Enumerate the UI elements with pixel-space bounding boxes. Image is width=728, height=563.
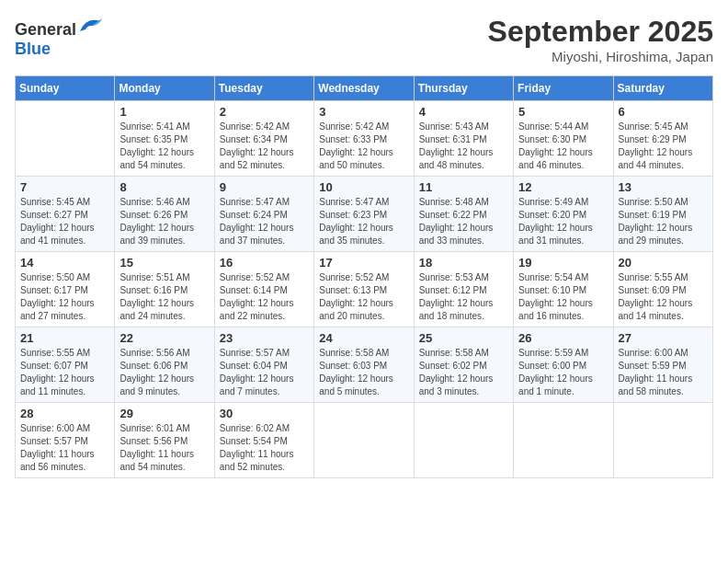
column-header-thursday: Thursday (414, 76, 513, 101)
day-info: Sunrise: 5:58 AMSunset: 6:03 PMDaylight:… (319, 347, 408, 398)
day-info: Sunrise: 5:55 AMSunset: 6:09 PMDaylight:… (619, 271, 708, 323)
calendar-cell: 12Sunrise: 5:49 AMSunset: 6:20 PMDayligh… (514, 177, 613, 252)
day-info: Sunrise: 5:55 AMSunset: 6:07 PMDaylight:… (20, 347, 109, 398)
day-info: Sunrise: 5:52 AMSunset: 6:13 PMDaylight:… (319, 271, 408, 323)
column-header-friday: Friday (514, 76, 613, 101)
day-info: Sunrise: 5:50 AMSunset: 6:17 PMDaylight:… (20, 271, 109, 323)
day-info: Sunrise: 6:02 AMSunset: 5:54 PMDaylight:… (220, 422, 309, 474)
day-number: 8 (119, 180, 209, 194)
day-number: 11 (419, 180, 508, 194)
calendar-cell: 3Sunrise: 5:42 AMSunset: 6:33 PMDaylight… (314, 101, 414, 177)
day-number: 29 (119, 407, 209, 420)
day-info: Sunrise: 5:47 AMSunset: 6:24 PMDaylight:… (220, 196, 309, 247)
day-number: 18 (419, 256, 508, 270)
calendar-cell: 27Sunrise: 6:00 AMSunset: 5:59 PMDayligh… (613, 327, 712, 403)
logo-general: General (15, 20, 76, 39)
column-header-monday: Monday (115, 76, 214, 101)
logo-blue: Blue (15, 40, 51, 58)
day-number: 30 (220, 407, 309, 420)
day-number: 1 (119, 105, 209, 119)
day-number: 14 (20, 256, 109, 270)
calendar-table: SundayMondayTuesdayWednesdayThursdayFrid… (15, 75, 713, 478)
day-number: 27 (619, 331, 708, 345)
day-number: 21 (20, 331, 109, 345)
day-number: 7 (20, 180, 109, 194)
calendar-cell: 9Sunrise: 5:47 AMSunset: 6:24 PMDaylight… (214, 177, 313, 252)
calendar-cell: 22Sunrise: 5:56 AMSunset: 6:06 PMDayligh… (115, 327, 214, 403)
day-info: Sunrise: 5:57 AMSunset: 6:04 PMDaylight:… (220, 347, 309, 398)
calendar-cell: 14Sunrise: 5:50 AMSunset: 6:17 PMDayligh… (16, 252, 115, 327)
calendar-cell: 5Sunrise: 5:44 AMSunset: 6:30 PMDaylight… (514, 101, 613, 177)
calendar-cell: 15Sunrise: 5:51 AMSunset: 6:16 PMDayligh… (115, 252, 214, 327)
location: Miyoshi, Hiroshima, Japan (488, 49, 713, 64)
calendar-cell: 10Sunrise: 5:47 AMSunset: 6:23 PMDayligh… (314, 177, 414, 252)
day-info: Sunrise: 5:42 AMSunset: 6:33 PMDaylight:… (319, 121, 408, 172)
calendar-cell: 21Sunrise: 5:55 AMSunset: 6:07 PMDayligh… (16, 327, 115, 403)
calendar-cell: 25Sunrise: 5:58 AMSunset: 6:02 PMDayligh… (414, 327, 513, 403)
day-number: 12 (518, 180, 608, 194)
day-info: Sunrise: 5:51 AMSunset: 6:16 PMDaylight:… (119, 271, 209, 323)
day-info: Sunrise: 5:44 AMSunset: 6:30 PMDaylight:… (518, 121, 608, 172)
day-number: 23 (220, 331, 309, 345)
day-number: 10 (319, 180, 408, 194)
calendar-week-row: 28Sunrise: 6:00 AMSunset: 5:57 PMDayligh… (16, 403, 713, 478)
day-number: 3 (319, 105, 408, 119)
day-number: 6 (619, 105, 708, 119)
day-info: Sunrise: 6:00 AMSunset: 5:59 PMDaylight:… (619, 347, 708, 398)
column-header-saturday: Saturday (613, 76, 712, 101)
day-info: Sunrise: 5:56 AMSunset: 6:06 PMDaylight:… (119, 347, 209, 398)
day-info: Sunrise: 5:50 AMSunset: 6:19 PMDaylight:… (619, 196, 708, 247)
day-number: 5 (518, 105, 608, 119)
day-number: 19 (518, 256, 608, 270)
day-info: Sunrise: 5:52 AMSunset: 6:14 PMDaylight:… (220, 271, 309, 323)
day-info: Sunrise: 5:42 AMSunset: 6:34 PMDaylight:… (220, 121, 309, 172)
calendar-cell: 18Sunrise: 5:53 AMSunset: 6:12 PMDayligh… (414, 252, 513, 327)
calendar-week-row: 21Sunrise: 5:55 AMSunset: 6:07 PMDayligh… (16, 327, 713, 403)
calendar-cell: 26Sunrise: 5:59 AMSunset: 6:00 PMDayligh… (514, 327, 613, 403)
day-info: Sunrise: 5:58 AMSunset: 6:02 PMDaylight:… (419, 347, 508, 398)
column-header-tuesday: Tuesday (214, 76, 313, 101)
calendar-cell: 16Sunrise: 5:52 AMSunset: 6:14 PMDayligh… (214, 252, 313, 327)
calendar-cell: 2Sunrise: 5:42 AMSunset: 6:34 PMDaylight… (214, 101, 313, 177)
logo-text: General Blue (15, 15, 104, 59)
calendar-cell: 11Sunrise: 5:48 AMSunset: 6:22 PMDayligh… (414, 177, 513, 252)
day-number: 25 (419, 331, 508, 345)
day-info: Sunrise: 5:59 AMSunset: 6:00 PMDaylight:… (518, 347, 608, 398)
calendar-cell: 28Sunrise: 6:00 AMSunset: 5:57 PMDayligh… (16, 403, 115, 478)
calendar-cell: 30Sunrise: 6:02 AMSunset: 5:54 PMDayligh… (214, 403, 313, 478)
calendar-week-row: 7Sunrise: 5:45 AMSunset: 6:27 PMDaylight… (16, 177, 713, 252)
calendar-cell: 24Sunrise: 5:58 AMSunset: 6:03 PMDayligh… (314, 327, 414, 403)
day-info: Sunrise: 6:01 AMSunset: 5:56 PMDaylight:… (119, 422, 209, 474)
day-info: Sunrise: 5:53 AMSunset: 6:12 PMDaylight:… (419, 271, 508, 323)
calendar-cell: 17Sunrise: 5:52 AMSunset: 6:13 PMDayligh… (314, 252, 414, 327)
calendar-cell: 20Sunrise: 5:55 AMSunset: 6:09 PMDayligh… (613, 252, 712, 327)
day-number: 24 (319, 331, 408, 345)
logo: General Blue (15, 15, 104, 59)
calendar-cell: 8Sunrise: 5:46 AMSunset: 6:26 PMDaylight… (115, 177, 214, 252)
day-number: 17 (319, 256, 408, 270)
day-number: 15 (119, 256, 209, 270)
calendar-cell: 4Sunrise: 5:43 AMSunset: 6:31 PMDaylight… (414, 101, 513, 177)
calendar-cell: 19Sunrise: 5:54 AMSunset: 6:10 PMDayligh… (514, 252, 613, 327)
day-number: 9 (220, 180, 309, 194)
day-info: Sunrise: 5:43 AMSunset: 6:31 PMDaylight:… (419, 121, 508, 172)
day-info: Sunrise: 5:54 AMSunset: 6:10 PMDaylight:… (518, 271, 608, 323)
day-number: 4 (419, 105, 508, 119)
month-title: September 2025 (488, 15, 713, 49)
day-info: Sunrise: 5:41 AMSunset: 6:35 PMDaylight:… (119, 121, 209, 172)
day-info: Sunrise: 5:45 AMSunset: 6:29 PMDaylight:… (619, 121, 708, 172)
day-info: Sunrise: 5:49 AMSunset: 6:20 PMDaylight:… (518, 196, 608, 247)
day-number: 22 (119, 331, 209, 345)
column-header-sunday: Sunday (16, 76, 115, 101)
day-number: 28 (20, 407, 109, 420)
day-info: Sunrise: 5:48 AMSunset: 6:22 PMDaylight:… (419, 196, 508, 247)
day-info: Sunrise: 5:47 AMSunset: 6:23 PMDaylight:… (319, 196, 408, 247)
calendar-cell: 7Sunrise: 5:45 AMSunset: 6:27 PMDaylight… (16, 177, 115, 252)
calendar-cell: 23Sunrise: 5:57 AMSunset: 6:04 PMDayligh… (214, 327, 313, 403)
column-header-wednesday: Wednesday (314, 76, 414, 101)
calendar-cell (514, 403, 613, 478)
day-info: Sunrise: 5:45 AMSunset: 6:27 PMDaylight:… (20, 196, 109, 247)
calendar-cell: 1Sunrise: 5:41 AMSunset: 6:35 PMDaylight… (115, 101, 214, 177)
calendar-cell (613, 403, 712, 478)
day-number: 13 (619, 180, 708, 194)
